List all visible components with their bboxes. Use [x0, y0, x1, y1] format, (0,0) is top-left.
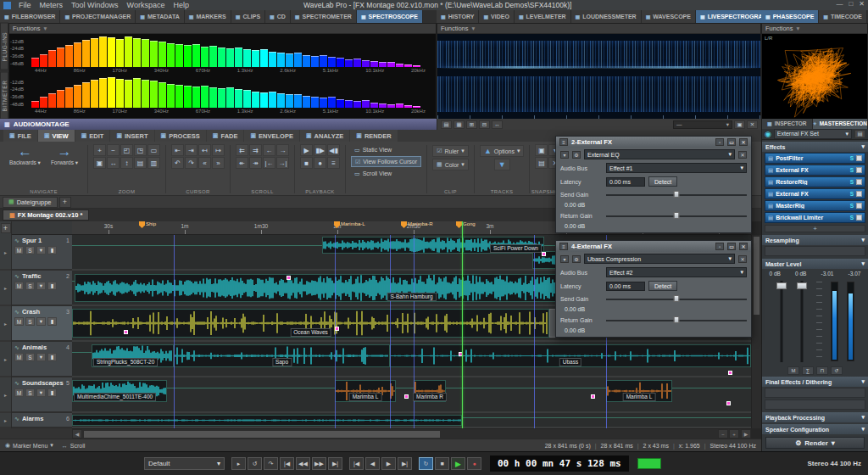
menu-help[interactable]: Help	[169, 0, 193, 10]
final-effect-slot-2[interactable]	[765, 400, 865, 410]
track-meter-icon[interactable]: ▮	[47, 388, 57, 397]
cursor-tool-icon[interactable]: ⇤	[171, 144, 184, 156]
tab-metadata[interactable]: ▦METADATA	[136, 10, 184, 23]
scroll-tool-icon[interactable]: ←	[263, 144, 275, 156]
tab-loudnessmeter[interactable]: ▦LOUDNESSMETER	[571, 10, 642, 23]
vertical-scrollbar[interactable]	[751, 235, 761, 428]
rewind-button[interactable]: ◀◀	[296, 457, 310, 470]
effects-section-header[interactable]: Effects▾	[762, 142, 868, 152]
solo-badge[interactable]: S	[850, 167, 854, 173]
clip-marimba-l[interactable]: Marimba L	[606, 380, 672, 402]
spectrogram-preset-combo[interactable]: —▾	[673, 120, 732, 129]
scroll-tool-icon[interactable]: ⇇	[236, 144, 248, 156]
track-header-animals[interactable]: ∿Animals4MS▾▮	[12, 342, 72, 377]
bypass-box[interactable]	[856, 179, 862, 185]
audio-bus-selector[interactable]: Effect #1▾	[606, 163, 747, 173]
go-to-end-button[interactable]: ▶|	[328, 457, 342, 470]
ribbon-tab-analyze[interactable]: ▣ANALYZE	[300, 130, 349, 142]
latency-field[interactable]: 0.00 ms	[606, 177, 645, 187]
collapse-icon[interactable]: ⊟	[479, 120, 490, 129]
zoom-icon[interactable]: ▤	[441, 120, 452, 129]
ruler-toggle[interactable]: ☑Ruler▾	[432, 145, 469, 157]
cursor-tool-icon[interactable]: ↶	[171, 157, 184, 169]
zoom-in-button[interactable]: +	[729, 429, 739, 439]
menu-meters[interactable]: Meters	[36, 0, 68, 10]
mute-button[interactable]: M	[14, 388, 24, 397]
track-down-button[interactable]: ▼	[494, 159, 510, 170]
plugin-settings-icon[interactable]: ⚙	[572, 255, 581, 263]
envelope-point[interactable]	[335, 327, 339, 331]
mute-button[interactable]: M	[14, 353, 24, 361]
float-icon[interactable]: ▭	[727, 138, 736, 146]
master-fader-right[interactable]	[796, 279, 808, 364]
track-header-traffic[interactable]: ∿Traffic2MS▾▮	[12, 271, 72, 306]
track-header-crash[interactable]: ∿Crash3MS▾▮	[12, 306, 72, 342]
jog-button[interactable]: ↷	[264, 457, 278, 470]
scroll-tool-icon[interactable]: ↠	[249, 157, 262, 169]
fader-thumb[interactable]	[776, 282, 787, 289]
playback-tool-icon[interactable]: ●	[314, 157, 326, 169]
track-meter-icon[interactable]: ▮	[47, 317, 57, 326]
plugin-settings-icon[interactable]: ⚙	[572, 151, 581, 159]
hscroll-thumb[interactable]	[84, 431, 440, 438]
solo-button[interactable]: S	[25, 388, 35, 397]
tab-cd[interactable]: ▦CD	[265, 10, 291, 23]
track-gutter-cell[interactable]: ▸	[0, 271, 11, 306]
fader-thumb[interactable]	[797, 282, 807, 289]
add-track-button[interactable]: +	[1, 223, 11, 233]
next-marker-button[interactable]: ▶|	[398, 457, 412, 470]
plugin-selector[interactable]: External EQ▾	[584, 149, 735, 159]
ribbon-tab-envelope[interactable]: ▣ENVELOPE	[244, 130, 298, 142]
maximize-icon[interactable]: □	[849, 0, 853, 8]
panel-menu-icon[interactable]: ≡	[559, 243, 568, 250]
scroll-right-arrow[interactable]: ▶	[741, 429, 751, 439]
panel-titlebar[interactable]: ≡ 4-External FX ▫ ▭ ✕	[556, 241, 751, 252]
tab-spectrometer[interactable]: ▦SPECTROMETER	[291, 10, 357, 23]
zoom-tool-icon[interactable]: ↔	[107, 157, 120, 169]
track-options-icon[interactable]: ▾	[36, 317, 46, 326]
slider-knob[interactable]	[674, 212, 680, 219]
ribbon-tab-fade[interactable]: ▣FADE	[207, 130, 244, 142]
fit-icon[interactable]: ↔	[492, 120, 503, 129]
master-fader-left[interactable]	[776, 279, 787, 364]
mute-button[interactable]: M	[14, 317, 24, 326]
envelope-point[interactable]	[591, 394, 595, 399]
cursor-tool-icon[interactable]: ↤	[198, 144, 211, 156]
zoom-tool-icon[interactable]: ◳	[134, 144, 147, 156]
bypass-box[interactable]	[856, 191, 862, 197]
plugin-selector[interactable]: Ubass Compression▾	[584, 254, 735, 264]
solo-badge[interactable]: S	[850, 179, 854, 185]
go-to-start-button[interactable]: |◀	[280, 457, 294, 470]
snapshot-tool-icon[interactable]: ▣	[535, 144, 548, 156]
clip-unnamed-12[interactable]	[72, 415, 462, 426]
final-effect-slot-1[interactable]	[765, 388, 865, 398]
clip-sapo[interactable]: Sapo	[174, 344, 390, 367]
panel-menu-icon[interactable]: ≡	[559, 138, 568, 146]
track-header-spur-1[interactable]: ∿Spur 11MS▾▮	[12, 235, 72, 271]
effect-slot-3-restorerig[interactable]: ▤RestoreRigS	[765, 176, 865, 187]
tab-filebrowser[interactable]: ▦FILEBROWSER	[0, 10, 60, 23]
track-gutter-cell[interactable]: ▸	[0, 413, 11, 428]
cursor-tool-icon[interactable]: »	[212, 157, 225, 169]
playback-tool-icon[interactable]: ◀▮	[327, 144, 340, 156]
clip-ocean-waves[interactable]: Ocean Waves	[72, 309, 549, 338]
slider-knob[interactable]	[674, 295, 680, 302]
envelope-point[interactable]	[726, 401, 731, 405]
solo-badge[interactable]: S	[850, 203, 854, 209]
marker-flag-ship[interactable]	[139, 221, 145, 228]
scroll-tool-icon[interactable]: →	[276, 144, 289, 156]
view-mode-scroll-view[interactable]: ▭Scroll View	[351, 168, 421, 179]
detect-button[interactable]: Detect	[648, 176, 677, 187]
close-icon[interactable]: ✕	[739, 138, 748, 146]
track-up-options[interactable]: ▲Options▾	[480, 145, 525, 157]
tab-markers[interactable]: ▦MARKERS	[185, 10, 231, 23]
envelope-point[interactable]	[124, 330, 128, 334]
effect-slot-4-external-fx[interactable]: ▤External FXS	[765, 188, 865, 199]
clip-marimba-l[interactable]: Marimba L	[335, 380, 396, 402]
send-gain-slider[interactable]	[606, 190, 747, 198]
effect-slot-6-brickwall-limiter[interactable]: ▤Brickwall LimiterS	[765, 212, 865, 223]
tab-clips[interactable]: ▦CLIPS	[231, 10, 265, 23]
zoom-tool-icon[interactable]: ▤	[134, 157, 147, 169]
track-gutter-cell[interactable]: ▸	[0, 306, 11, 342]
track-options-icon[interactable]: ▾	[36, 246, 46, 254]
